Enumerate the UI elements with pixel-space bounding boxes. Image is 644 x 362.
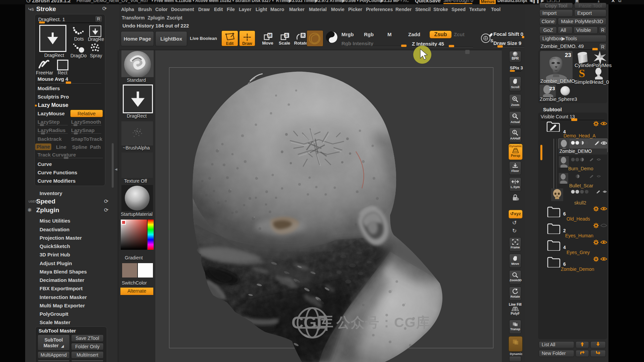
svg-text:公众号：CG库: 公众号：CG库 xyxy=(336,315,431,330)
svg-text:S: S xyxy=(490,38,493,43)
svg-text:S: S xyxy=(285,33,288,38)
svg-text:M: M xyxy=(268,33,272,38)
svg-text:1:1: 1:1 xyxy=(513,115,516,117)
svg-text:S: S xyxy=(579,67,585,79)
svg-text:R: R xyxy=(302,33,305,38)
svg-text:CG库: CG库 xyxy=(291,313,333,332)
